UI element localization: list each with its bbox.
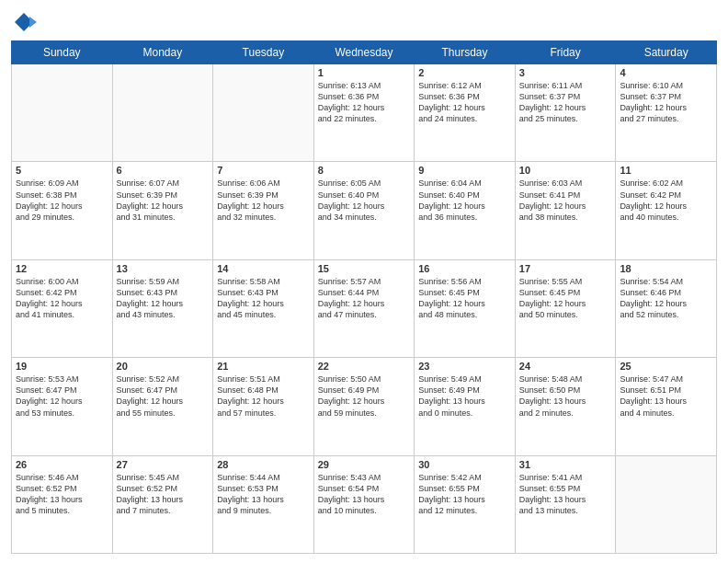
day-number: 4 <box>620 67 712 78</box>
calendar-cell: 8Sunrise: 6:05 AM Sunset: 6:40 PM Daylig… <box>313 162 415 259</box>
day-number: 2 <box>418 67 511 78</box>
calendar-cell: 14Sunrise: 5:58 AM Sunset: 6:43 PM Dayli… <box>213 259 314 357</box>
day-number: 14 <box>217 263 310 274</box>
day-number: 28 <box>217 459 310 470</box>
calendar-table: SundayMondayTuesdayWednesdayThursdayFrid… <box>11 40 717 554</box>
day-number: 23 <box>418 361 511 372</box>
calendar-cell: 13Sunrise: 5:59 AM Sunset: 6:43 PM Dayli… <box>112 259 213 357</box>
cell-info: Sunrise: 5:44 AM Sunset: 6:53 PM Dayligh… <box>217 472 310 517</box>
calendar-cell: 24Sunrise: 5:48 AM Sunset: 6:50 PM Dayli… <box>515 358 616 455</box>
cell-info: Sunrise: 5:58 AM Sunset: 6:43 PM Dayligh… <box>217 276 310 321</box>
weekday-friday: Friday <box>515 41 616 64</box>
cell-info: Sunrise: 5:42 AM Sunset: 6:55 PM Dayligh… <box>418 472 511 517</box>
calendar-week-4: 26Sunrise: 5:46 AM Sunset: 6:52 PM Dayli… <box>12 455 717 553</box>
day-number: 3 <box>519 67 612 78</box>
weekday-saturday: Saturday <box>616 41 717 64</box>
calendar-cell: 4Sunrise: 6:10 AM Sunset: 6:37 PM Daylig… <box>616 64 717 162</box>
calendar-cell: 17Sunrise: 5:55 AM Sunset: 6:45 PM Dayli… <box>515 259 616 357</box>
calendar-cell: 29Sunrise: 5:43 AM Sunset: 6:54 PM Dayli… <box>313 455 415 553</box>
day-number: 30 <box>418 459 511 470</box>
calendar-cell: 7Sunrise: 6:06 AM Sunset: 6:39 PM Daylig… <box>213 162 314 259</box>
cell-info: Sunrise: 5:47 AM Sunset: 6:51 PM Dayligh… <box>620 373 712 419</box>
header <box>11 9 717 35</box>
calendar-week-0: 1Sunrise: 6:13 AM Sunset: 6:36 PM Daylig… <box>12 64 717 162</box>
day-number: 11 <box>620 165 712 176</box>
day-number: 27 <box>117 459 210 470</box>
cell-info: Sunrise: 6:11 AM Sunset: 6:37 PM Dayligh… <box>519 80 612 125</box>
day-number: 19 <box>16 361 108 372</box>
cell-info: Sunrise: 5:55 AM Sunset: 6:45 PM Dayligh… <box>519 276 612 321</box>
day-number: 15 <box>318 263 411 274</box>
cell-info: Sunrise: 5:59 AM Sunset: 6:43 PM Dayligh… <box>117 276 210 321</box>
day-number: 31 <box>519 459 612 470</box>
cell-info: Sunrise: 6:06 AM Sunset: 6:39 PM Dayligh… <box>217 178 310 223</box>
day-number: 6 <box>117 165 210 176</box>
day-number: 18 <box>620 263 712 274</box>
calendar-cell <box>112 64 213 162</box>
cell-info: Sunrise: 5:41 AM Sunset: 6:55 PM Dayligh… <box>519 472 612 517</box>
calendar-cell <box>616 455 717 553</box>
calendar-cell: 12Sunrise: 6:00 AM Sunset: 6:42 PM Dayli… <box>12 259 113 357</box>
calendar-cell: 21Sunrise: 5:51 AM Sunset: 6:48 PM Dayli… <box>213 358 314 455</box>
calendar-cell: 6Sunrise: 6:07 AM Sunset: 6:39 PM Daylig… <box>112 162 213 259</box>
calendar-cell: 26Sunrise: 5:46 AM Sunset: 6:52 PM Dayli… <box>12 455 113 553</box>
logo <box>11 9 40 35</box>
day-number: 12 <box>16 263 108 274</box>
calendar-cell: 27Sunrise: 5:45 AM Sunset: 6:52 PM Dayli… <box>112 455 213 553</box>
weekday-tuesday: Tuesday <box>213 41 314 64</box>
day-number: 26 <box>16 459 108 470</box>
day-number: 1 <box>318 67 411 78</box>
calendar-cell: 30Sunrise: 5:42 AM Sunset: 6:55 PM Dayli… <box>415 455 516 553</box>
day-number: 5 <box>16 165 108 176</box>
calendar-cell: 23Sunrise: 5:49 AM Sunset: 6:49 PM Dayli… <box>415 358 516 455</box>
weekday-thursday: Thursday <box>415 41 516 64</box>
weekday-wednesday: Wednesday <box>313 41 415 64</box>
day-number: 21 <box>217 361 310 372</box>
cell-info: Sunrise: 5:51 AM Sunset: 6:48 PM Dayligh… <box>217 373 310 419</box>
weekday-sunday: Sunday <box>12 41 113 64</box>
day-number: 25 <box>620 361 712 372</box>
calendar-cell: 28Sunrise: 5:44 AM Sunset: 6:53 PM Dayli… <box>213 455 314 553</box>
cell-info: Sunrise: 5:43 AM Sunset: 6:54 PM Dayligh… <box>318 472 411 517</box>
calendar-cell: 18Sunrise: 5:54 AM Sunset: 6:46 PM Dayli… <box>616 259 717 357</box>
calendar-cell: 19Sunrise: 5:53 AM Sunset: 6:47 PM Dayli… <box>12 358 113 455</box>
cell-info: Sunrise: 5:57 AM Sunset: 6:44 PM Dayligh… <box>318 276 411 321</box>
day-number: 24 <box>519 361 612 372</box>
cell-info: Sunrise: 5:45 AM Sunset: 6:52 PM Dayligh… <box>117 472 210 517</box>
calendar-cell: 9Sunrise: 6:04 AM Sunset: 6:40 PM Daylig… <box>415 162 516 259</box>
cell-info: Sunrise: 6:07 AM Sunset: 6:39 PM Dayligh… <box>117 178 210 223</box>
day-number: 13 <box>117 263 210 274</box>
cell-info: Sunrise: 6:03 AM Sunset: 6:41 PM Dayligh… <box>519 178 612 223</box>
page: SundayMondayTuesdayWednesdayThursdayFrid… <box>0 0 728 563</box>
cell-info: Sunrise: 6:02 AM Sunset: 6:42 PM Dayligh… <box>620 178 712 223</box>
cell-info: Sunrise: 5:54 AM Sunset: 6:46 PM Dayligh… <box>620 276 712 321</box>
day-number: 16 <box>418 263 511 274</box>
cell-info: Sunrise: 5:48 AM Sunset: 6:50 PM Dayligh… <box>519 373 612 419</box>
day-number: 10 <box>519 165 612 176</box>
calendar-cell: 20Sunrise: 5:52 AM Sunset: 6:47 PM Dayli… <box>112 358 213 455</box>
calendar-week-1: 5Sunrise: 6:09 AM Sunset: 6:38 PM Daylig… <box>12 162 717 259</box>
day-number: 17 <box>519 263 612 274</box>
cell-info: Sunrise: 5:56 AM Sunset: 6:45 PM Dayligh… <box>418 276 511 321</box>
calendar-week-3: 19Sunrise: 5:53 AM Sunset: 6:47 PM Dayli… <box>12 358 717 455</box>
calendar-cell: 2Sunrise: 6:12 AM Sunset: 6:36 PM Daylig… <box>415 64 516 162</box>
day-number: 29 <box>318 459 411 470</box>
cell-info: Sunrise: 6:10 AM Sunset: 6:37 PM Dayligh… <box>620 80 712 125</box>
calendar-cell: 22Sunrise: 5:50 AM Sunset: 6:49 PM Dayli… <box>313 358 415 455</box>
calendar-cell: 15Sunrise: 5:57 AM Sunset: 6:44 PM Dayli… <box>313 259 415 357</box>
calendar-cell: 16Sunrise: 5:56 AM Sunset: 6:45 PM Dayli… <box>415 259 516 357</box>
cell-info: Sunrise: 5:49 AM Sunset: 6:49 PM Dayligh… <box>418 373 511 419</box>
day-number: 7 <box>217 165 310 176</box>
cell-info: Sunrise: 6:04 AM Sunset: 6:40 PM Dayligh… <box>418 178 511 223</box>
day-number: 22 <box>318 361 411 372</box>
calendar-cell <box>12 64 113 162</box>
calendar-cell: 1Sunrise: 6:13 AM Sunset: 6:36 PM Daylig… <box>313 64 415 162</box>
calendar-cell: 5Sunrise: 6:09 AM Sunset: 6:38 PM Daylig… <box>12 162 113 259</box>
weekday-header-row: SundayMondayTuesdayWednesdayThursdayFrid… <box>12 41 717 64</box>
cell-info: Sunrise: 5:52 AM Sunset: 6:47 PM Dayligh… <box>117 373 210 419</box>
calendar-cell: 10Sunrise: 6:03 AM Sunset: 6:41 PM Dayli… <box>515 162 616 259</box>
calendar-week-2: 12Sunrise: 6:00 AM Sunset: 6:42 PM Dayli… <box>12 259 717 357</box>
day-number: 20 <box>117 361 210 372</box>
day-number: 9 <box>418 165 511 176</box>
calendar-cell: 11Sunrise: 6:02 AM Sunset: 6:42 PM Dayli… <box>616 162 717 259</box>
